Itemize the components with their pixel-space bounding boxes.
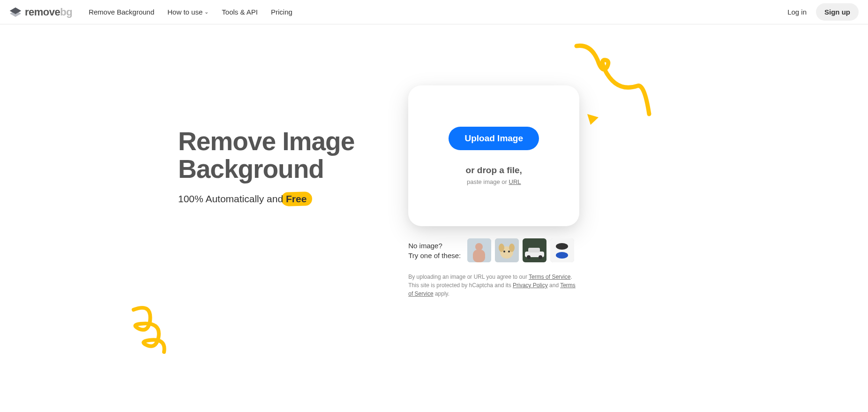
hero-title-line1: Remove Image <box>178 127 354 156</box>
legal-part4: apply. <box>434 290 449 297</box>
svg-rect-17 <box>550 238 574 262</box>
nav-how-to-use[interactable]: How to use ⌄ <box>167 8 209 16</box>
examples-row: No image? Try one of these: <box>408 238 579 262</box>
login-link[interactable]: Log in <box>787 8 807 16</box>
upload-card[interactable]: Upload Image or drop a file, paste image… <box>408 85 579 226</box>
url-link[interactable]: URL <box>509 178 521 185</box>
examples-line1: No image? <box>408 242 442 250</box>
nav-how-to-use-label: How to use <box>167 8 202 16</box>
svg-point-10 <box>503 251 505 252</box>
svg-point-15 <box>527 255 531 259</box>
examples-text: No image? Try one of these: <box>408 241 461 260</box>
logo-text: removebg <box>25 6 72 18</box>
svg-point-4 <box>475 243 483 251</box>
privacy-policy-link[interactable]: Privacy Policy <box>513 282 548 289</box>
chevron-down-icon: ⌄ <box>204 9 209 15</box>
hero-title: Remove Image Background <box>178 128 354 183</box>
legal-part1: By uploading an image or URL you agree t… <box>408 274 529 280</box>
example-thumb-car[interactable] <box>523 238 546 262</box>
example-thumb-controllers[interactable] <box>550 238 574 262</box>
nav-tools-api[interactable]: Tools & API <box>222 8 258 16</box>
svg-point-9 <box>509 244 515 252</box>
legal-part3: and <box>548 282 560 289</box>
nav-pricing[interactable]: Pricing <box>271 8 292 16</box>
legal-text: By uploading an image or URL you agree t… <box>408 273 579 298</box>
svg-point-16 <box>539 255 542 259</box>
example-thumb-dog[interactable] <box>495 238 519 262</box>
svg-point-8 <box>499 244 504 252</box>
example-thumbs <box>467 238 574 262</box>
header-right: Log in Sign up <box>787 3 859 21</box>
main: Remove Image Background 100% Automatical… <box>0 24 868 298</box>
paste-prefix: paste image or <box>467 178 509 185</box>
svg-point-18 <box>556 243 568 250</box>
free-badge-text: Free <box>286 193 307 204</box>
decorative-spiral-icon <box>127 305 178 357</box>
svg-point-11 <box>508 251 510 252</box>
examples-line2: Try one of these: <box>408 252 461 259</box>
free-badge: Free <box>286 193 307 205</box>
hero-subtitle: 100% Automatically and Free <box>178 193 354 205</box>
logo-icon <box>9 6 22 18</box>
nav-remove-background[interactable]: Remove Background <box>89 8 154 16</box>
upload-section: Upload Image or drop a file, paste image… <box>408 85 579 298</box>
header: removebg Remove Background How to use ⌄ … <box>0 0 868 24</box>
hero-title-line2: Background <box>178 154 324 183</box>
svg-point-19 <box>556 252 568 259</box>
logo[interactable]: removebg <box>9 6 72 18</box>
svg-rect-5 <box>473 250 485 262</box>
upload-button[interactable]: Upload Image <box>449 127 539 150</box>
svg-rect-14 <box>528 248 540 252</box>
main-nav: Remove Background How to use ⌄ Tools & A… <box>89 8 292 16</box>
hero-text: Remove Image Background 100% Automatical… <box>178 128 354 298</box>
drop-file-text: or drop a file, <box>466 165 522 175</box>
signup-button[interactable]: Sign up <box>816 3 859 21</box>
terms-link-1[interactable]: Terms of Service <box>529 274 570 280</box>
hero-subtitle-prefix: 100% Automatically and <box>178 193 286 204</box>
paste-text: paste image or URL <box>467 178 521 185</box>
example-thumb-person[interactable] <box>467 238 491 262</box>
